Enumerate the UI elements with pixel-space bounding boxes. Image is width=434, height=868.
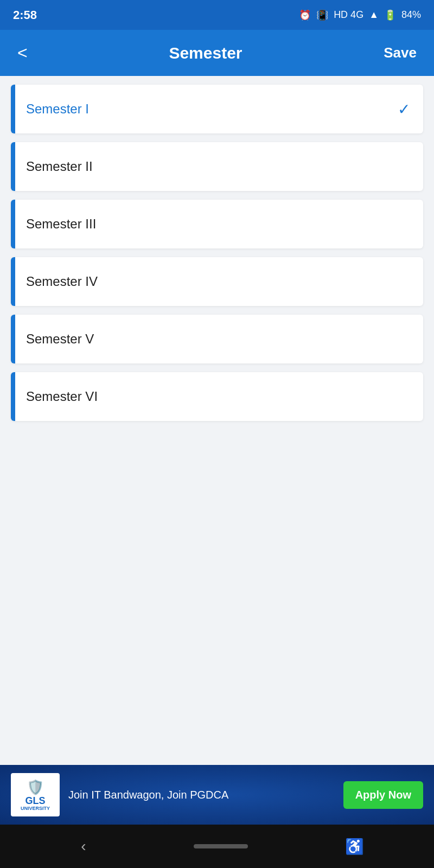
semester-label-6: Semester VI: [15, 376, 423, 417]
semester-left-bar: [11, 85, 15, 133]
check-icon: ✓: [398, 100, 423, 118]
page-title: Semester: [169, 44, 242, 62]
bottom-nav-bar: ‹ ♿: [0, 825, 434, 868]
semester-label-5: Semester V: [15, 318, 423, 360]
vibrate-icon: 📳: [316, 9, 328, 21]
logo-gls-text: GLS: [25, 796, 45, 806]
banner-text: Join IT Bandwagon, Join PGDCA: [68, 789, 335, 801]
logo-university-text: UNIVERSITY: [21, 806, 50, 811]
save-button[interactable]: Save: [379, 40, 421, 66]
semester-item-6[interactable]: Semester VI: [11, 372, 423, 421]
network-label: HD 4G: [334, 9, 363, 21]
logo-shield-icon: 🛡️: [27, 779, 44, 796]
semester-label-2: Semester II: [15, 146, 423, 187]
signal-icon: ▲: [369, 9, 379, 21]
semester-left-bar: [11, 257, 15, 306]
banner-ad: 🛡️ GLS UNIVERSITY Join IT Bandwagon, Joi…: [0, 765, 434, 825]
status-bar: 2:58 ⏰ 📳 HD 4G ▲ 🔋 84%: [0, 0, 434, 30]
semester-item-1[interactable]: Semester I✓: [11, 85, 423, 133]
apply-now-button[interactable]: Apply Now: [343, 781, 423, 809]
semester-item-4[interactable]: Semester IV: [11, 257, 423, 306]
semester-left-bar: [11, 315, 15, 363]
battery-percent: 84%: [401, 9, 421, 21]
gls-logo: 🛡️ GLS UNIVERSITY: [11, 773, 60, 816]
status-time: 2:58: [13, 8, 37, 22]
semester-list: Semester I✓Semester IISemester IIISemest…: [0, 76, 434, 438]
semester-item-5[interactable]: Semester V: [11, 315, 423, 363]
battery-icon: 🔋: [384, 9, 396, 21]
semester-label-4: Semester IV: [15, 261, 423, 302]
semester-left-bar: [11, 142, 15, 191]
home-indicator[interactable]: [194, 844, 248, 848]
semester-left-bar: [11, 200, 15, 248]
back-button[interactable]: <: [13, 39, 32, 67]
semester-label-1: Semester I: [15, 88, 398, 130]
semester-item-2[interactable]: Semester II: [11, 142, 423, 191]
semester-item-3[interactable]: Semester III: [11, 200, 423, 248]
app-bar: < Semester Save: [0, 30, 434, 76]
semester-left-bar: [11, 372, 15, 421]
alarm-icon: ⏰: [299, 9, 311, 21]
nav-back-button[interactable]: ‹: [70, 832, 97, 860]
semester-label-3: Semester III: [15, 203, 423, 245]
status-icons: ⏰ 📳 HD 4G ▲ 🔋 84%: [299, 9, 421, 21]
accessibility-icon[interactable]: ♿: [345, 838, 364, 856]
